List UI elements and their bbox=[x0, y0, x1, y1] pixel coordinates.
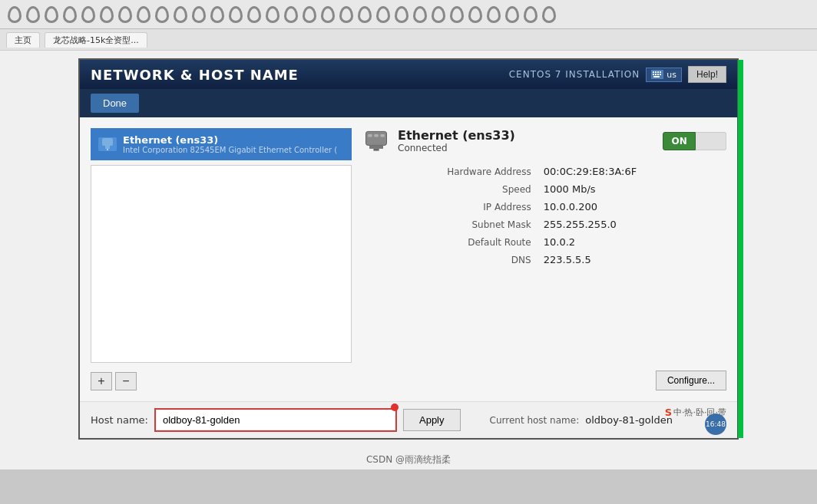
toggle-switch[interactable]: ON bbox=[663, 132, 726, 150]
centos-label: CENTOS 7 INSTALLATION bbox=[509, 69, 640, 80]
default-route-label: Default Route bbox=[362, 233, 539, 251]
table-row: Subnet Mask 255.255.255.0 bbox=[362, 216, 726, 233]
status-s-icon: S bbox=[665, 407, 672, 418]
speed-value: 1000 Mb/s bbox=[539, 180, 726, 198]
notebook-ring bbox=[229, 6, 243, 23]
page-background: 主页 龙芯战略-15k全资型... NETWORK & HOST NAME CE… bbox=[0, 29, 817, 469]
vm-window: NETWORK & HOST NAME CENTOS 7 INSTALLATIO… bbox=[78, 58, 739, 440]
notebook-ring bbox=[395, 6, 408, 23]
notebook-ring bbox=[505, 6, 519, 23]
notebook-ring bbox=[174, 6, 187, 23]
sub-header: Done bbox=[80, 89, 737, 117]
subnet-mask-value: 255.255.255.0 bbox=[539, 216, 726, 233]
ethernet-list-item[interactable]: Ethernet (ens33) Intel Corporation 82545… bbox=[91, 128, 352, 160]
network-info-table: Hardware Address 00:0C:29:E8:3A:6F Speed… bbox=[362, 163, 726, 268]
content-area: Ethernet (ens33) Intel Corporation 82545… bbox=[80, 117, 737, 401]
browser-bar: 主页 龙芯战略-15k全资型... bbox=[0, 29, 817, 51]
table-row: Speed 1000 Mb/s bbox=[362, 180, 726, 198]
notebook-ring bbox=[137, 6, 150, 23]
ip-address-value: 10.0.0.200 bbox=[539, 198, 726, 216]
svg-rect-16 bbox=[368, 134, 372, 137]
left-panel: Ethernet (ens33) Intel Corporation 82545… bbox=[91, 128, 352, 390]
notebook-ring bbox=[192, 6, 206, 23]
ethernet-item-info: Ethernet (ens33) Intel Corporation 82545… bbox=[123, 134, 337, 154]
svg-rect-18 bbox=[380, 134, 384, 137]
svg-rect-14 bbox=[369, 145, 383, 149]
subnet-mask-label: Subnet Mask bbox=[362, 216, 539, 233]
tab-longshen[interactable]: 龙芯战略-15k全资型... bbox=[45, 32, 147, 48]
apply-button[interactable]: Apply bbox=[403, 409, 461, 431]
configure-button[interactable]: Configure... bbox=[656, 371, 726, 390]
current-hostname-value: oldboy-81-golden bbox=[585, 414, 673, 426]
connection-status: Connected bbox=[398, 143, 515, 153]
current-hostname-label: Current host name: bbox=[490, 415, 580, 426]
notebook-ring bbox=[542, 6, 556, 23]
validation-dot bbox=[391, 404, 399, 411]
table-row: DNS 223.5.5.5 bbox=[362, 251, 726, 268]
notebook-ring bbox=[339, 6, 353, 23]
device-name: Ethernet (ens33) bbox=[398, 128, 515, 143]
list-buttons: + − bbox=[91, 372, 352, 390]
device-header-left: Ethernet (ens33) Connected bbox=[362, 128, 515, 153]
svg-rect-3 bbox=[657, 71, 659, 73]
notebook-ring bbox=[284, 6, 298, 23]
keyboard-lang-selector[interactable]: us bbox=[646, 68, 682, 82]
done-button[interactable]: Done bbox=[91, 94, 139, 113]
default-route-value: 10.0.2 bbox=[539, 233, 726, 251]
svg-rect-15 bbox=[373, 148, 379, 150]
notebook-ring bbox=[321, 6, 335, 23]
language-text: us bbox=[666, 70, 676, 80]
table-row: Hardware Address 00:0C:29:E8:3A:6F bbox=[362, 163, 726, 180]
notebook-ring bbox=[45, 6, 58, 23]
notebook-ring bbox=[81, 6, 95, 23]
dns-value: 223.5.5.5 bbox=[539, 251, 726, 268]
ethernet-large-icon bbox=[362, 130, 390, 153]
notebook-ring bbox=[487, 6, 501, 23]
svg-rect-2 bbox=[655, 71, 657, 73]
table-row: Default Route 10.0.2 bbox=[362, 233, 726, 251]
ethernet-device-name: Ethernet (ens33) bbox=[123, 134, 337, 146]
rings-bar: // Rings rendered inline bbox=[0, 0, 817, 29]
notebook-ring bbox=[26, 6, 40, 23]
bottom-bar: Host name: Apply Current host name: oldb… bbox=[80, 401, 737, 438]
hardware-address-value: 00:0C:29:E8:3A:6F bbox=[539, 163, 726, 180]
keyboard-icon bbox=[651, 70, 663, 79]
add-network-button[interactable]: + bbox=[91, 372, 112, 390]
notebook-ring bbox=[247, 6, 261, 23]
header-right: CENTOS 7 INSTALLATION us bbox=[509, 66, 726, 83]
speed-label: Speed bbox=[362, 180, 539, 198]
toggle-on-label: ON bbox=[663, 132, 695, 150]
notebook-ring bbox=[118, 6, 132, 23]
dns-label: DNS bbox=[362, 251, 539, 268]
device-name-block: Ethernet (ens33) Connected bbox=[398, 128, 515, 153]
notebook-ring bbox=[303, 6, 316, 23]
ip-address-label: IP Address bbox=[362, 198, 539, 216]
hardware-address-label: Hardware Address bbox=[362, 163, 539, 180]
notebook-ring bbox=[468, 6, 482, 23]
hostname-input-wrap bbox=[154, 408, 397, 432]
svg-rect-9 bbox=[653, 76, 660, 77]
notebook-ring bbox=[266, 6, 280, 23]
notebook-ring bbox=[63, 6, 77, 23]
svg-rect-17 bbox=[374, 134, 378, 137]
hostname-input[interactable] bbox=[157, 410, 395, 430]
help-button[interactable]: Help! bbox=[688, 66, 726, 83]
notebook-ring bbox=[450, 6, 464, 23]
svg-rect-1 bbox=[653, 71, 654, 73]
svg-rect-10 bbox=[102, 138, 113, 146]
svg-rect-6 bbox=[655, 74, 657, 75]
notebook-ring bbox=[8, 6, 22, 23]
remove-network-button[interactable]: − bbox=[115, 372, 137, 390]
table-row: IP Address 10.0.0.200 bbox=[362, 198, 726, 216]
notebook-ring bbox=[210, 6, 224, 23]
notebook-ring bbox=[432, 6, 445, 23]
device-header: Ethernet (ens33) Connected ON bbox=[362, 128, 726, 153]
header-bar: NETWORK & HOST NAME CENTOS 7 INSTALLATIO… bbox=[80, 60, 737, 89]
circle-indicator: 16:48 bbox=[705, 413, 726, 435]
ethernet-device-desc: Intel Corporation 82545EM Gigabit Ethern… bbox=[123, 146, 337, 154]
tab-home[interactable]: 主页 bbox=[6, 32, 40, 48]
notebook-ring bbox=[413, 6, 427, 23]
svg-rect-7 bbox=[657, 74, 659, 75]
svg-rect-11 bbox=[105, 146, 110, 149]
svg-rect-8 bbox=[660, 74, 661, 75]
